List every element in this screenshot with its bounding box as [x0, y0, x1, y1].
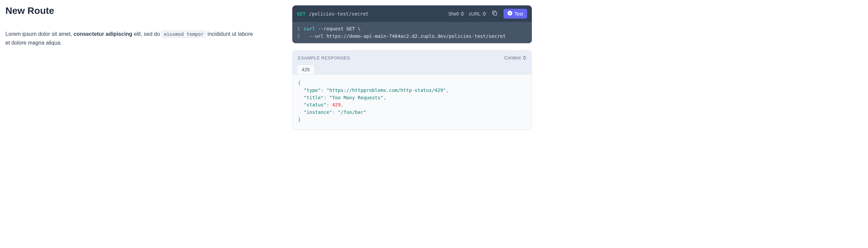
code-line: 1 curl --request GET \ — [297, 25, 527, 33]
json-value: "https://httpproblems.com/http-status/42… — [326, 88, 446, 93]
code-text: --request GET \ — [315, 26, 361, 31]
request-path: /policies-test/secret — [309, 11, 445, 17]
json-key: "title" — [304, 95, 324, 100]
svg-rect-0 — [494, 12, 497, 15]
play-icon — [508, 11, 512, 17]
content-selector[interactable]: Content — [504, 55, 526, 60]
json-key: "type" — [304, 88, 321, 93]
json-value: 429 — [332, 102, 341, 107]
test-button-label: Test — [514, 11, 523, 17]
response-card: EXAMPLE RESPONSES Content 429 { "type": … — [292, 50, 532, 130]
json-key: "instance" — [304, 109, 332, 115]
inline-code: eiusmod tempor — [161, 30, 206, 38]
page-title: New Route — [5, 5, 259, 16]
response-section-title: EXAMPLE RESPONSES — [298, 55, 350, 60]
response-body: { "type": "https://httpproblems.com/http… — [293, 74, 532, 129]
language-label: Shell — [448, 11, 459, 17]
response-tabs: 429 — [293, 60, 532, 74]
json-value: "Too Many Requests" — [329, 95, 383, 100]
response-tab-429[interactable]: 429 — [297, 65, 315, 74]
json-key: "status" — [304, 102, 326, 107]
json-value: "/foo/bar" — [338, 109, 366, 115]
copy-button[interactable] — [491, 10, 499, 18]
code-command: curl — [304, 26, 315, 31]
code-line: 2 --url https://demo-api-main-7464ac2.d2… — [297, 33, 527, 40]
content-label: Content — [504, 55, 521, 60]
desc-bold: consectetur adipiscing — [74, 31, 132, 37]
line-number: 1 — [297, 25, 304, 33]
request-header: GET /policies-test/secret Shell cURL — [292, 5, 532, 22]
tool-label: cURL — [469, 11, 481, 17]
code-text: --url https://demo-api-main-7464ac2.d2.z… — [304, 33, 506, 40]
chevron-sort-icon — [523, 56, 526, 60]
request-code-block: 1 curl --request GET \ 2 --url https://d… — [292, 22, 532, 43]
language-selector[interactable]: Shell — [448, 11, 464, 17]
page-description: Lorem ipsum dolor sit amet, consectetur … — [5, 30, 259, 48]
chevron-sort-icon — [461, 12, 464, 16]
chevron-sort-icon — [483, 12, 486, 16]
http-method: GET — [297, 11, 305, 17]
response-header: EXAMPLE RESPONSES Content — [293, 50, 532, 60]
test-button[interactable]: Test — [504, 9, 527, 19]
desc-text: Lorem ipsum dolor sit amet, — [5, 31, 74, 37]
tool-selector[interactable]: cURL — [469, 11, 486, 17]
request-card: GET /policies-test/secret Shell cURL — [292, 5, 532, 43]
copy-icon — [492, 10, 497, 17]
line-number: 2 — [297, 33, 304, 40]
desc-text: elit, sed do — [132, 31, 161, 37]
